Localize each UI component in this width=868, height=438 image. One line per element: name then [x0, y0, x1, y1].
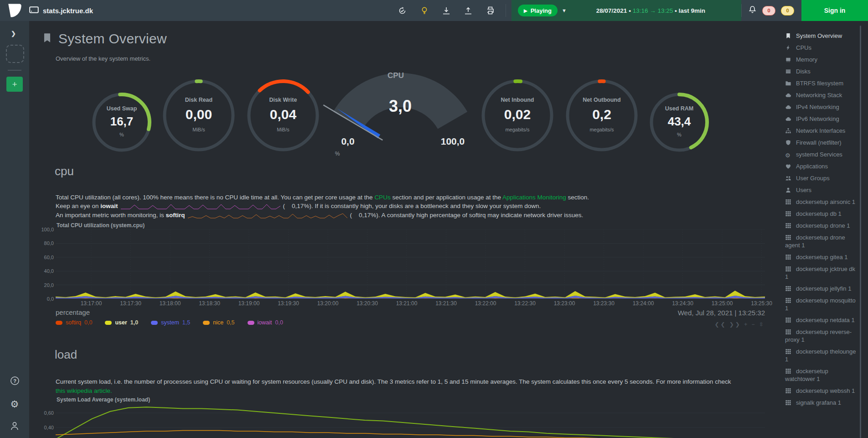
legend-item-iowait[interactable]: iowait0,0 [248, 319, 283, 326]
legend-item-softirq[interactable]: softirq0,0 [56, 319, 92, 326]
range-dot2: • [675, 7, 677, 14]
nav-item-systemd-services[interactable]: ⚙systemd Services [785, 151, 857, 158]
cpu-chart-toolbar[interactable]: ❮❮ ❯❯ + − ⇳ [714, 321, 765, 328]
gauge-used-swap[interactable]: Used Swap16,7% [92, 93, 151, 152]
nav-item-system-overview[interactable]: System Overview [785, 32, 857, 40]
nav-item-dockersetup-jcktrue-dk-1[interactable]: dockersetup jcktrue dk 1 [785, 265, 857, 281]
cpu-chart-title: Total CPU utilization (system.cpu) [57, 222, 145, 229]
gauge-net-inbound-val: 0,02 [481, 107, 553, 122]
profile-icon[interactable] [10, 421, 19, 433]
nav-item-btrfs-filesystem[interactable]: BTRFS filesystem [785, 79, 857, 87]
alarm-zone: 0 0 [748, 5, 794, 16]
nav-item-applications[interactable]: Applications [785, 162, 857, 170]
legend-swatch [203, 321, 210, 325]
nav-item-dockersetup-drone-agent-1[interactable]: dockersetup drone agent 1 [785, 234, 857, 249]
sign-in-button[interactable]: Sign in [801, 0, 868, 21]
cpu-chart-timestamp: Wed, Jul 28, 2021 | 13:25:32 [678, 309, 765, 317]
expand-chevron-icon[interactable]: ❯ [11, 30, 16, 37]
nav-item-dockersetup-netdata-1[interactable]: dockersetup netdata 1 [785, 316, 857, 324]
gauge-disk-write[interactable]: Disk Write0,04MiB/s [247, 79, 319, 151]
cloud-icon [785, 104, 792, 110]
download-icon[interactable] [442, 6, 450, 15]
nav-item-signalk-grafana-1[interactable]: signalk grafana 1 [785, 399, 857, 407]
time-range[interactable]: 28/07/2021 • 13:16 → 13:25 • last 9min [567, 7, 735, 14]
nav-item-dockersetup-drone-1[interactable]: dockersetup drone 1 [785, 222, 857, 229]
cpu-chart-context: percentage [56, 308, 90, 316]
grid-icon [785, 286, 792, 292]
cpu-desc-line2: Keep an eye on iowait( 0,17%). If it is … [56, 203, 541, 210]
nav-item-dockersetup-db-1[interactable]: dockersetup db 1 [785, 210, 857, 218]
help-icon[interactable]: ? [10, 376, 20, 387]
legend-item-user[interactable]: user1,0 [105, 319, 138, 326]
top-bar: stats.jcktrue.dk ▶ Playing [0, 0, 868, 21]
doc-nav-scrollbar[interactable] [860, 26, 861, 438]
nav-item-dockersetup-thelounge-1[interactable]: dockersetup thelounge 1 [785, 348, 857, 363]
upload-icon[interactable] [464, 6, 472, 15]
nav-item-memory[interactable]: Memory [785, 56, 857, 63]
hostname[interactable]: stats.jcktrue.dk [29, 6, 93, 15]
netdata-logo[interactable] [0, 2, 29, 19]
nav-item-dockersetup-gitea-1[interactable]: dockersetup gitea 1 [785, 253, 857, 261]
gauge-cpu[interactable]: CPU3,00,0100,0% [319, 66, 483, 157]
cpu-xtick: 13:17:00 [77, 300, 106, 307]
page-header: System Overview [42, 31, 167, 47]
nav-item-dockersetup-mosquitto-1[interactable]: dockersetup mosquitto 1 [785, 297, 857, 312]
user-icon [785, 187, 792, 193]
nav-item-ipv4-networking[interactable]: IPv4 Networking [785, 103, 857, 111]
nav-item-users[interactable]: Users [785, 186, 857, 194]
cpu-ytick: 80,0 [36, 240, 54, 246]
cpus-link[interactable]: CPUs [374, 194, 390, 201]
warning-alarms-badge[interactable]: 0 [781, 6, 794, 16]
grid-icon [785, 317, 792, 323]
cloud-icon [785, 92, 792, 98]
folder-icon [785, 80, 792, 86]
gauge-net-outbound-val: 0,2 [566, 107, 638, 122]
gauge-net-inbound[interactable]: Net Inbound0,02megabits/s [481, 79, 553, 151]
nav-item-dockersetup-airsonic-1[interactable]: dockersetup airsonic 1 [785, 198, 857, 206]
svg-text:%: % [335, 151, 340, 157]
wikipedia-link[interactable]: this wikipedia article. [56, 387, 112, 394]
cpu-chart-plot[interactable] [56, 229, 765, 299]
applications-monitoring-link[interactable]: Applications Monitoring [502, 194, 566, 201]
load-desc-line2: this wikipedia article. [56, 387, 112, 394]
nav-item-dockersetup-jellyfin-1[interactable]: dockersetup jellyfin 1 [785, 285, 857, 292]
cpu-xtick: 13:22:00 [471, 300, 500, 307]
add-node-button[interactable]: + [6, 77, 23, 92]
gauge-used-swap-unit: % [92, 132, 151, 137]
nav-item-firewall-netfilter-[interactable]: Firewall (netfilter) [785, 139, 857, 146]
cpu-xtick: 13:17:30 [116, 300, 145, 307]
node-placeholder[interactable] [6, 45, 24, 63]
nav-item-disks[interactable]: Disks [785, 68, 857, 75]
cpu-desc-line3: An important metric worth monitoring, is… [56, 212, 583, 219]
cpu-xtick: 13:18:00 [155, 300, 185, 307]
settings-icon[interactable]: ⚙ [10, 400, 19, 409]
nav-item-cpus[interactable]: CPUs [785, 44, 857, 52]
nav-item-network-interfaces[interactable]: Network Interfaces [785, 127, 857, 135]
grid-icon [785, 329, 792, 335]
nav-item-dockersetup-webssh-1[interactable]: dockersetup webssh 1 [785, 387, 857, 395]
chevron-down-icon[interactable]: ▼ [562, 8, 567, 13]
nav-item-dockersetup-watchtower-1[interactable]: dockersetup watchtower 1 [785, 367, 857, 383]
refresh-icon[interactable] [398, 6, 407, 15]
nav-item-networking-stack[interactable]: Networking Stack [785, 91, 857, 99]
nav-item-ipv6-networking[interactable]: IPv6 Networking [785, 115, 857, 123]
print-icon[interactable] [486, 6, 495, 15]
softirq-text-post: ( 0,17%). A constantly high percentage o… [350, 212, 584, 219]
bell-icon[interactable] [748, 5, 757, 16]
critical-alarms-badge[interactable]: 0 [762, 6, 775, 16]
legend-item-nice[interactable]: nice0,5 [203, 319, 234, 326]
playing-button[interactable]: ▶ Playing [518, 5, 558, 16]
load-chart-plot[interactable] [56, 404, 765, 438]
gauge-used-ram[interactable]: Used RAM43,4% [650, 93, 709, 152]
legend-value: 0,0 [84, 319, 92, 326]
playing-label: Playing [531, 7, 552, 14]
gauge-disk-read[interactable]: Disk Read0,00MiB/s [163, 79, 235, 151]
bulb-icon[interactable] [420, 6, 429, 15]
hostname-label: stats.jcktrue.dk [43, 7, 93, 15]
legend-value: 1,0 [130, 319, 138, 326]
legend-item-system[interactable]: system1,5 [151, 319, 190, 326]
nav-item-user-groups[interactable]: User Groups [785, 174, 857, 182]
cpu-ytick: 0,0 [36, 296, 54, 302]
nav-item-dockersetup-reverse-proxy-1[interactable]: dockersetup reverse-proxy 1 [785, 328, 857, 344]
gauge-net-outbound[interactable]: Net Outbound0,2megabits/s [566, 79, 638, 151]
